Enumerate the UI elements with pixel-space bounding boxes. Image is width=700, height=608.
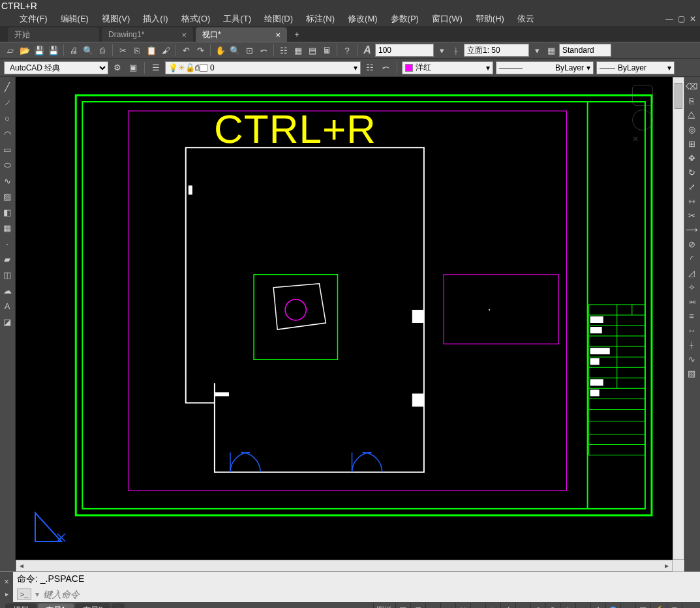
vertical-scrollbar[interactable] [673,77,684,560]
scrollbar-track[interactable] [27,561,662,570]
maximize-icon[interactable]: ▢ [677,14,686,23]
paste-icon[interactable]: 📋 [145,44,158,57]
spline-icon[interactable]: ∿ [0,174,14,188]
transparency-icon[interactable]: ◐ [530,603,545,608]
annotation-icon[interactable]: ✱ [590,603,605,608]
align-icon[interactable]: ≡ [685,309,698,322]
minimize-icon[interactable]: — [665,14,674,23]
saveas-icon[interactable]: 💾 [47,44,60,57]
scale-icon[interactable]: ⤢ [685,180,698,193]
zoom-icon[interactable]: 🔍 [228,44,241,57]
publish-icon[interactable]: ⎙ [96,44,109,57]
workspace-icon[interactable]: ⬤ [605,603,620,608]
dimension-icon[interactable]: ⟊ [449,44,463,57]
circle-icon[interactable]: ○ [0,111,14,125]
tool-palette-icon[interactable]: ▤ [306,44,319,57]
revcloud-icon[interactable]: ☁ [0,283,14,297]
redo-icon[interactable]: ↷ [194,44,207,57]
layer-manager-icon[interactable]: ☰ [149,61,162,74]
linetype-combo[interactable]: ——— ByLayer ▾ [496,61,594,74]
scale-input[interactable] [375,44,434,57]
osnap-icon[interactable]: ◻ [470,603,485,608]
cmd-recent-icon[interactable]: ▸ [5,590,8,598]
gradient-icon[interactable]: ▰ [0,252,14,266]
viewcube-icon[interactable] [632,85,653,106]
layout-tab-layout1[interactable]: 布局1 [38,603,74,608]
zoom-window-icon[interactable]: ⊡ [243,44,256,57]
edit-spline-icon[interactable]: ∿ [685,352,698,365]
calculator-icon[interactable]: 🖩 [320,44,333,57]
layer-state-icon[interactable]: ☷ [363,61,376,74]
tab-close-icon[interactable]: × [181,30,187,40]
command-prompt-icon[interactable]: >_ [17,588,31,600]
layout-tab-layout2[interactable]: 布局2 [75,603,111,608]
layer-prev-icon[interactable]: ⤺ [379,61,392,74]
open-icon[interactable]: 📂 [18,44,31,57]
new-icon[interactable]: ▱ [4,44,17,57]
tab-close-icon[interactable]: × [275,30,281,40]
grid-icon[interactable]: ▦ [395,603,410,608]
offset-icon[interactable]: ◎ [685,123,698,136]
view-input[interactable] [464,44,529,57]
layer-combo[interactable]: 💡 ☀ 🔓 ⎙ 0 ▾ [165,61,361,74]
menu-parametric[interactable]: 参数(P) [391,13,419,25]
ortho-icon[interactable]: ∟ [425,603,440,608]
boundary-icon[interactable]: ◫ [0,267,14,282]
lineweight-combo[interactable]: —— ByLayer ▾ [596,61,675,74]
horizontal-scrollbar[interactable]: ◂ ▸ [16,560,673,571]
pan-nav-icon[interactable] [632,110,653,130]
join-icon[interactable]: ⫘ [685,295,698,308]
explode-icon[interactable]: ✧ [685,281,698,294]
tab-viewport[interactable]: 视口* × [196,27,287,42]
stretch-icon[interactable]: ⇿ [685,194,698,207]
region-icon[interactable]: ◧ [0,205,14,219]
clean-icon[interactable]: ▢ [667,603,681,608]
annoscale-icon[interactable]: ⚖ [560,603,575,608]
break-icon[interactable]: ⊘ [685,237,698,251]
pline-icon[interactable]: ⟋ [0,95,14,110]
add-scale-icon[interactable]: + [575,603,590,608]
snap-icon[interactable]: ⊞ [410,603,425,608]
fillet-icon[interactable]: ◜ [685,252,698,265]
layout-tab-add[interactable]: + [112,603,125,608]
edit-pline-icon[interactable]: ⟊ [685,338,698,351]
lengthen-icon[interactable]: ↔ [685,324,698,337]
tab-start[interactable]: 开始 [8,27,99,42]
scroll-right-icon[interactable]: ▸ [662,560,672,571]
menu-edit[interactable]: 编辑(E) [61,13,89,25]
otrack-icon[interactable]: ∠ [500,603,515,608]
menu-yiyun[interactable]: 依云 [517,13,534,25]
rectangle-icon[interactable]: ▭ [0,142,14,157]
menu-insert[interactable]: 插入(I) [143,13,168,25]
menu-view[interactable]: 视图(V) [102,13,130,25]
trim-icon[interactable]: ✂ [685,209,698,222]
array-icon[interactable]: ⊞ [685,137,698,150]
customize-icon[interactable]: ≡ [682,603,696,608]
gear-icon[interactable]: ⚙ [111,61,124,74]
orbit-nav-icon[interactable]: ✕ [632,134,653,147]
osnap3d-icon[interactable]: ◈ [485,603,500,608]
isolate-icon[interactable]: ◫ [635,603,650,608]
matchprop-icon[interactable]: 🖌 [159,44,172,57]
text-style-icon[interactable]: A [361,44,374,57]
preview-icon[interactable]: 🔍 [82,44,95,57]
block-icon[interactable]: ◪ [0,314,14,329]
scale-dropdown-icon[interactable]: ▾ [435,44,448,57]
cut-icon[interactable]: ✂ [116,44,129,57]
scrollbar-thumb[interactable] [675,83,682,109]
text-icon[interactable]: A [0,299,14,313]
sheet-icon[interactable]: ▦ [292,44,305,57]
chevron-down-icon[interactable]: ▾ [486,63,490,72]
hatch-icon[interactable]: ▨ [0,189,14,204]
tab-drawing1[interactable]: Drawing1* × [102,27,193,42]
properties-icon[interactable]: ☷ [277,44,290,57]
menu-help[interactable]: 帮助(H) [476,13,504,25]
scroll-left-icon[interactable]: ◂ [16,560,27,571]
table-icon[interactable]: ▦ [0,220,14,235]
layer-filter-icon[interactable]: ▣ [127,61,140,74]
command-input[interactable] [43,588,696,601]
monitor-icon[interactable]: ▭ [620,603,635,608]
zoom-prev-icon[interactable]: ⤺ [257,44,270,57]
chevron-down-icon[interactable]: ▾ [586,63,590,72]
copy2-icon[interactable]: ⎘ [685,94,698,107]
